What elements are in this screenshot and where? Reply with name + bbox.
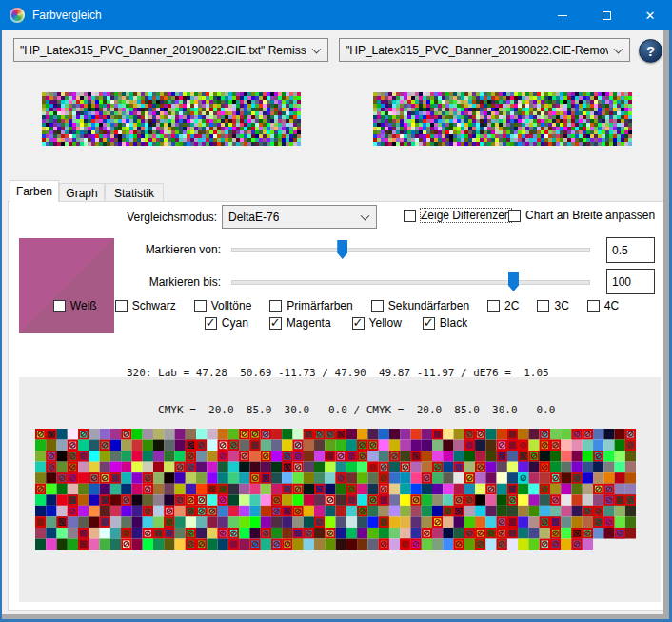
checkbox-volltoene[interactable]: Volltöne <box>194 299 252 312</box>
checkbox-2c[interactable]: 2C <box>487 299 519 312</box>
checkbox-schwarz[interactable]: Schwarz <box>115 299 176 312</box>
patch-readout: 320: Lab = 47.28 50.69 -11.73 / 47.90 49… <box>127 342 555 441</box>
minimize-icon <box>558 15 567 16</box>
checkbox-label: Zeige Differenzen <box>421 209 511 222</box>
checkbox-yellow[interactable]: Yellow <box>352 316 402 330</box>
checkbox-4c[interactable]: 4C <box>587 299 619 312</box>
tab-farben[interactable]: Farben <box>10 180 59 202</box>
chevron-down-icon <box>312 44 322 53</box>
tab-graph[interactable]: Graph <box>59 183 105 202</box>
question-mark-icon: ? <box>646 43 655 59</box>
reference-chart-thumbnail <box>42 92 301 146</box>
file-select-right[interactable]: "HP_Latex315_PVC_Banner_20190822.CIE-Rem… <box>339 38 630 62</box>
filter-row-patch-types: Weiß Schwarz Volltöne Primärfarben Sekun… <box>19 299 653 312</box>
minimize-button[interactable] <box>541 0 584 30</box>
app-window: Farbvergleich ✕ "HP_Latex315_PVC_Banner_… <box>0 0 672 622</box>
close-button[interactable]: ✕ <box>628 0 672 30</box>
window-border <box>0 30 2 622</box>
chevron-down-icon <box>361 211 370 220</box>
file-select-right-value: "HP_Latex315_PVC_Banner_20190822.CIE-Rem… <box>346 44 608 57</box>
checkbox-label: Chart an Breite anpassen <box>525 209 655 222</box>
mark-from-value-input[interactable]: 0.5 <box>606 237 655 263</box>
maximize-button[interactable] <box>584 0 628 30</box>
mark-to-value-input[interactable]: 100 <box>606 269 655 294</box>
help-button[interactable]: ? <box>639 39 662 63</box>
checkbox-3c[interactable]: 3C <box>537 299 568 312</box>
mark-from-slider-track[interactable] <box>231 248 590 252</box>
readout-lab-line: 320: Lab = 47.28 50.69 -11.73 / 47.90 49… <box>127 367 555 379</box>
mark-from-label: Markieren von: <box>107 243 221 256</box>
checkbox-box <box>508 210 521 222</box>
mark-to-label: Markieren bis: <box>107 275 221 289</box>
filter-row-channels: Cyan Magenta Yellow Black <box>19 316 653 330</box>
readout-cmyk-line: CMYK = 20.0 85.0 30.0 0.0 / CMYK = 20.0 … <box>127 404 555 416</box>
sample-chart-thumbnail <box>373 92 632 146</box>
close-icon: ✕ <box>645 9 656 23</box>
checkbox-primaerfarben[interactable]: Primärfarben <box>269 299 352 312</box>
tab-statistik[interactable]: Statistik <box>105 183 164 202</box>
checkbox-weiss[interactable]: Weiß <box>53 299 97 312</box>
file-select-left-value: "HP_Latex315_PVC_Banner_20190822.CIE.txt… <box>20 44 306 57</box>
compare-mode-value: DeltaE-76 <box>228 211 279 224</box>
file-select-left[interactable]: "HP_Latex315_PVC_Banner_20190822.CIE.txt… <box>13 38 328 62</box>
checkbox-zeige-differenzen[interactable]: Zeige Differenzen <box>404 209 511 222</box>
app-icon <box>10 8 25 23</box>
checkbox-cyan[interactable]: Cyan <box>205 316 248 330</box>
window-title: Farbvergleich <box>32 9 102 22</box>
checkbox-black[interactable]: Black <box>423 316 467 330</box>
checkbox-box <box>404 210 416 222</box>
checkbox-magenta[interactable]: Magenta <box>269 316 331 330</box>
checkbox-chart-an-breite[interactable]: Chart an Breite anpassen <box>508 209 655 222</box>
checkbox-sekundaerfarben[interactable]: Sekundärfarben <box>371 299 469 312</box>
compare-mode-label: Vergleichsmodus: <box>103 211 217 224</box>
maximize-icon <box>603 11 611 20</box>
chevron-down-icon <box>614 44 623 53</box>
title-bar: Farbvergleich ✕ <box>0 0 672 30</box>
comparison-chart-grid[interactable] <box>35 429 636 550</box>
mark-to-slider-track[interactable] <box>231 280 590 285</box>
compare-mode-select[interactable]: DeltaE-76 <box>222 205 377 229</box>
